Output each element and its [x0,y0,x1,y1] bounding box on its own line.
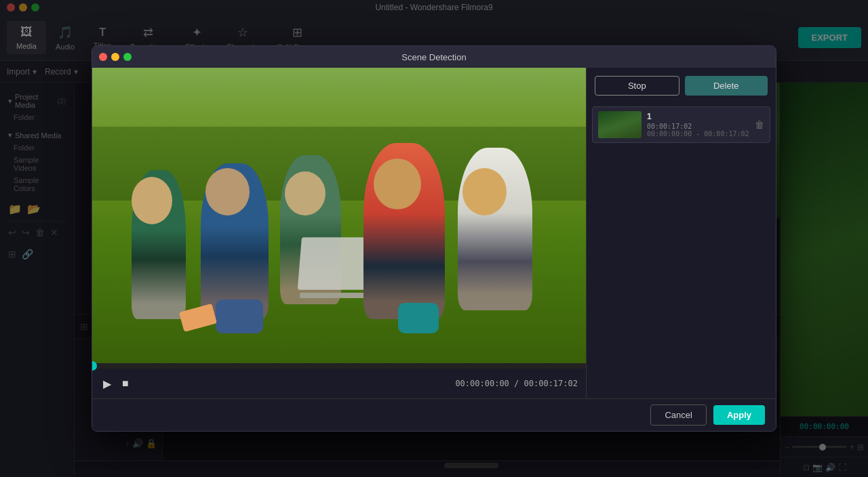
modal-minimize-button[interactable] [111,53,119,61]
scene-thumbnail [598,111,642,138]
modal-title: Scene Detection [401,52,466,62]
scene-list: 1 00:00:17:02 00:00:00:00 - 00:00:17:02 … [587,104,776,398]
time-counter: 00:00:00:00 / 00:00:17:02 [455,379,578,388]
modal-video-area: ▶ ■ 00:00:00:00 / 00:00:17:02 [92,68,586,398]
scene-item[interactable]: 1 00:00:17:02 00:00:00:00 - 00:00:17:02 … [592,106,770,143]
cancel-button[interactable]: Cancel [650,405,706,426]
stop-detection-button[interactable]: Stop [595,76,679,96]
stop-button-playback[interactable]: ■ [119,375,132,392]
scene-delete-icon[interactable]: 🗑 [755,119,764,130]
scene-duration: 00:00:17:02 [647,123,749,130]
modal-scene-panel: Stop Delete 1 00:00:17:02 [586,68,776,398]
modal-video-preview [92,68,586,363]
apply-button[interactable]: Apply [713,405,765,425]
modal-titlebar: Scene Detection [92,46,776,68]
scene-panel-buttons: Stop Delete [587,68,776,104]
scene-info: 1 00:00:17:02 00:00:00:00 - 00:00:17:02 [647,112,749,138]
modal-window-controls[interactable] [99,53,132,61]
scene-thumb-image [598,111,642,138]
delete-scene-button[interactable]: Delete [685,76,768,96]
modal-footer: Cancel Apply [92,398,776,431]
modal-overlay: Scene Detection [0,0,868,477]
modal-close-button[interactable] [99,53,107,61]
modal-playback-controls: ▶ ■ 00:00:00:00 / 00:00:17:02 [92,369,586,398]
scene-range: 00:00:00:00 - 00:00:17:02 [647,130,749,138]
modal-maximize-button[interactable] [123,53,132,61]
modal-body: ▶ ■ 00:00:00:00 / 00:00:17:02 Stop Delet… [92,68,776,398]
scene-range-text: 00:00:00:00 - 00:00:17:02 [647,130,749,138]
scene-detection-modal: Scene Detection [92,45,776,432]
scene-number: 1 [647,112,749,121]
modal-scrubber[interactable] [92,363,586,369]
play-button[interactable]: ▶ [100,375,114,393]
